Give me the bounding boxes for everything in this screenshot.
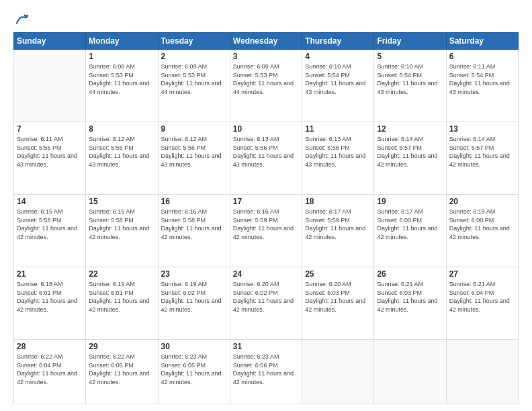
day-number: 13 — [449, 124, 515, 134]
day-number: 12 — [377, 124, 443, 134]
cell-info: Sunrise: 6:17 AMSunset: 6:00 PMDaylight:… — [377, 208, 443, 241]
calendar-cell: 25Sunrise: 6:20 AMSunset: 6:03 PMDayligh… — [302, 267, 374, 340]
calendar-cell: 30Sunrise: 6:23 AMSunset: 6:05 PMDayligh… — [158, 340, 230, 404]
cell-info: Sunrise: 6:23 AMSunset: 6:05 PMDaylight:… — [161, 353, 227, 386]
calendar-table: SundayMondayTuesdayWednesdayThursdayFrid… — [13, 32, 519, 404]
day-number: 10 — [233, 124, 299, 134]
calendar-cell: 23Sunrise: 6:19 AMSunset: 6:02 PMDayligh… — [158, 267, 230, 340]
calendar-cell: 24Sunrise: 6:20 AMSunset: 6:02 PMDayligh… — [230, 267, 302, 340]
calendar-cell: 26Sunrise: 6:21 AMSunset: 6:03 PMDayligh… — [374, 267, 446, 340]
day-number: 17 — [233, 197, 299, 206]
calendar-cell: 14Sunrise: 6:15 AMSunset: 5:58 PMDayligh… — [14, 195, 86, 267]
calendar-cell: 6Sunrise: 6:11 AMSunset: 5:54 PMDaylight… — [446, 50, 518, 122]
calendar-cell: 28Sunrise: 6:22 AMSunset: 6:04 PMDayligh… — [14, 340, 86, 404]
calendar-cell: 27Sunrise: 6:21 AMSunset: 6:04 PMDayligh… — [446, 267, 518, 340]
calendar-week-row: 21Sunrise: 6:18 AMSunset: 6:01 PMDayligh… — [14, 267, 519, 340]
day-number: 4 — [305, 52, 371, 61]
day-number: 8 — [89, 124, 154, 134]
calendar-cell: 7Sunrise: 6:11 AMSunset: 5:55 PMDaylight… — [14, 122, 86, 195]
day-number: 9 — [161, 124, 227, 134]
cell-info: Sunrise: 6:13 AMSunset: 5:56 PMDaylight:… — [233, 135, 299, 169]
cell-info: Sunrise: 6:18 AMSunset: 6:00 PMDaylight:… — [449, 208, 515, 241]
calendar-cell: 1Sunrise: 6:08 AMSunset: 5:53 PMDaylight… — [86, 50, 158, 122]
calendar-cell: 8Sunrise: 6:12 AMSunset: 5:55 PMDaylight… — [86, 122, 158, 195]
cell-info: Sunrise: 6:15 AMSunset: 5:58 PMDaylight:… — [89, 208, 154, 241]
day-number: 19 — [377, 197, 443, 206]
calendar-cell: 11Sunrise: 6:13 AMSunset: 5:56 PMDayligh… — [302, 122, 374, 195]
calendar-cell: 17Sunrise: 6:16 AMSunset: 5:59 PMDayligh… — [230, 195, 302, 267]
cell-info: Sunrise: 6:21 AMSunset: 6:03 PMDaylight:… — [377, 280, 443, 314]
cell-info: Sunrise: 6:10 AMSunset: 5:54 PMDaylight:… — [377, 62, 443, 96]
cell-info: Sunrise: 6:19 AMSunset: 6:01 PMDaylight:… — [89, 280, 154, 314]
calendar-cell: 15Sunrise: 6:15 AMSunset: 5:58 PMDayligh… — [86, 195, 158, 267]
cell-info: Sunrise: 6:22 AMSunset: 6:05 PMDaylight:… — [89, 353, 154, 386]
calendar-cell — [446, 340, 518, 404]
calendar-cell: 31Sunrise: 6:23 AMSunset: 6:06 PMDayligh… — [230, 340, 302, 404]
calendar-cell: 5Sunrise: 6:10 AMSunset: 5:54 PMDaylight… — [374, 50, 446, 122]
calendar-cell: 20Sunrise: 6:18 AMSunset: 6:00 PMDayligh… — [446, 195, 518, 267]
calendar-cell: 3Sunrise: 6:09 AMSunset: 5:53 PMDaylight… — [230, 50, 302, 122]
day-number: 28 — [17, 342, 83, 351]
day-number: 3 — [233, 52, 299, 61]
day-number: 23 — [161, 269, 227, 279]
calendar-day-header: Thursday — [302, 33, 374, 50]
cell-info: Sunrise: 6:11 AMSunset: 5:54 PMDaylight:… — [449, 62, 515, 96]
calendar-day-header: Wednesday — [230, 33, 302, 50]
day-number: 15 — [89, 197, 154, 206]
calendar-cell: 2Sunrise: 6:09 AMSunset: 5:53 PMDaylight… — [158, 50, 230, 122]
day-number: 22 — [89, 269, 154, 279]
calendar-week-row: 1Sunrise: 6:08 AMSunset: 5:53 PMDaylight… — [14, 50, 519, 122]
calendar-day-header: Saturday — [446, 33, 518, 50]
day-number: 30 — [161, 342, 227, 351]
cell-info: Sunrise: 6:14 AMSunset: 5:57 PMDaylight:… — [449, 135, 515, 169]
calendar-day-header: Monday — [86, 33, 158, 50]
day-number: 11 — [305, 124, 371, 134]
calendar-week-row: 14Sunrise: 6:15 AMSunset: 5:58 PMDayligh… — [14, 195, 519, 267]
logo-icon — [15, 12, 30, 27]
cell-info: Sunrise: 6:23 AMSunset: 6:06 PMDaylight:… — [233, 353, 299, 386]
day-number: 21 — [17, 269, 83, 279]
calendar-cell: 22Sunrise: 6:19 AMSunset: 6:01 PMDayligh… — [86, 267, 158, 340]
cell-info: Sunrise: 6:12 AMSunset: 5:56 PMDaylight:… — [161, 135, 227, 169]
day-number: 24 — [233, 269, 299, 279]
cell-info: Sunrise: 6:20 AMSunset: 6:03 PMDaylight:… — [305, 280, 371, 314]
calendar-cell — [14, 50, 86, 122]
day-number: 1 — [89, 52, 154, 61]
calendar-week-row: 7Sunrise: 6:11 AMSunset: 5:55 PMDaylight… — [14, 122, 519, 195]
day-number: 25 — [305, 269, 371, 279]
day-number: 5 — [377, 52, 443, 61]
cell-info: Sunrise: 6:09 AMSunset: 5:53 PMDaylight:… — [161, 62, 227, 96]
cell-info: Sunrise: 6:16 AMSunset: 5:59 PMDaylight:… — [233, 208, 299, 241]
cell-info: Sunrise: 6:16 AMSunset: 5:58 PMDaylight:… — [161, 208, 227, 241]
day-number: 27 — [449, 269, 515, 279]
calendar-day-header: Sunday — [14, 33, 86, 50]
calendar-header-row: SundayMondayTuesdayWednesdayThursdayFrid… — [14, 33, 519, 50]
calendar-cell: 4Sunrise: 6:10 AMSunset: 5:54 PMDaylight… — [302, 50, 374, 122]
logo — [13, 12, 30, 27]
cell-info: Sunrise: 6:17 AMSunset: 5:59 PMDaylight:… — [305, 208, 371, 241]
calendar-cell: 10Sunrise: 6:13 AMSunset: 5:56 PMDayligh… — [230, 122, 302, 195]
day-number: 14 — [17, 197, 83, 206]
calendar-cell: 29Sunrise: 6:22 AMSunset: 6:05 PMDayligh… — [86, 340, 158, 404]
day-number: 2 — [161, 52, 227, 61]
cell-info: Sunrise: 6:12 AMSunset: 5:55 PMDaylight:… — [89, 135, 154, 169]
calendar-week-row: 28Sunrise: 6:22 AMSunset: 6:04 PMDayligh… — [14, 340, 519, 404]
cell-info: Sunrise: 6:11 AMSunset: 5:55 PMDaylight:… — [17, 135, 83, 169]
day-number: 31 — [233, 342, 299, 351]
cell-info: Sunrise: 6:08 AMSunset: 5:53 PMDaylight:… — [89, 62, 154, 96]
calendar-cell — [374, 340, 446, 404]
calendar-cell: 21Sunrise: 6:18 AMSunset: 6:01 PMDayligh… — [14, 267, 86, 340]
calendar-day-header: Tuesday — [158, 33, 230, 50]
cell-info: Sunrise: 6:18 AMSunset: 6:01 PMDaylight:… — [17, 280, 83, 314]
header — [13, 12, 519, 27]
calendar-cell: 16Sunrise: 6:16 AMSunset: 5:58 PMDayligh… — [158, 195, 230, 267]
day-number: 18 — [305, 197, 371, 206]
day-number: 6 — [449, 52, 515, 61]
page: SundayMondayTuesdayWednesdayThursdayFrid… — [0, 0, 532, 411]
calendar-cell: 13Sunrise: 6:14 AMSunset: 5:57 PMDayligh… — [446, 122, 518, 195]
day-number: 7 — [17, 124, 83, 134]
cell-info: Sunrise: 6:13 AMSunset: 5:56 PMDaylight:… — [305, 135, 371, 169]
cell-info: Sunrise: 6:21 AMSunset: 6:04 PMDaylight:… — [449, 280, 515, 314]
calendar-cell: 12Sunrise: 6:14 AMSunset: 5:57 PMDayligh… — [374, 122, 446, 195]
calendar-cell — [302, 340, 374, 404]
